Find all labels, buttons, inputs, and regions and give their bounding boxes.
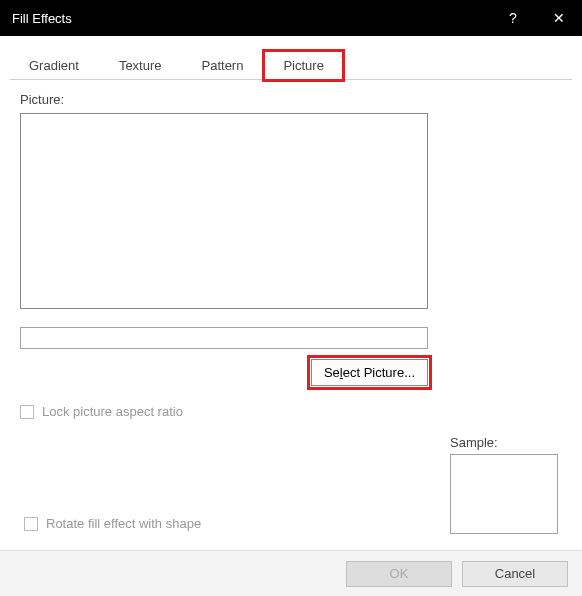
lock-aspect-row[interactable]: Lock picture aspect ratio [20,404,562,419]
help-button[interactable]: ? [490,0,536,36]
rotate-fill-row[interactable]: Rotate fill effect with shape [24,516,201,531]
sample-label: Sample: [450,435,558,450]
dialog-body: Gradient Texture Pattern Picture Picture… [0,36,582,419]
sample-preview [450,454,558,534]
picture-preview [20,113,428,309]
tab-pattern[interactable]: Pattern [183,51,263,80]
button-bar: OK Cancel [0,550,582,596]
select-picture-button[interactable]: Select Picture... [311,359,428,386]
ok-button: OK [346,561,452,587]
tab-texture[interactable]: Texture [100,51,181,80]
picture-name-field [20,327,428,349]
rotate-fill-label: Rotate fill effect with shape [46,516,201,531]
cancel-button[interactable]: Cancel [462,561,568,587]
picture-label: Picture: [20,92,562,107]
close-button[interactable]: ✕ [536,0,582,36]
select-picture-row: Select Picture... [20,359,428,386]
sample-area: Sample: [450,435,558,534]
titlebar: Fill Effects ? ✕ [0,0,582,36]
rotate-fill-checkbox[interactable] [24,517,38,531]
tab-picture[interactable]: Picture [264,51,342,80]
lock-aspect-label: Lock picture aspect ratio [42,404,183,419]
tab-content-picture: Picture: Select Picture... Lock picture … [10,80,572,419]
dialog-title: Fill Effects [12,11,490,26]
tab-bar: Gradient Texture Pattern Picture [10,50,572,80]
tab-gradient[interactable]: Gradient [10,51,98,80]
lock-aspect-checkbox[interactable] [20,405,34,419]
